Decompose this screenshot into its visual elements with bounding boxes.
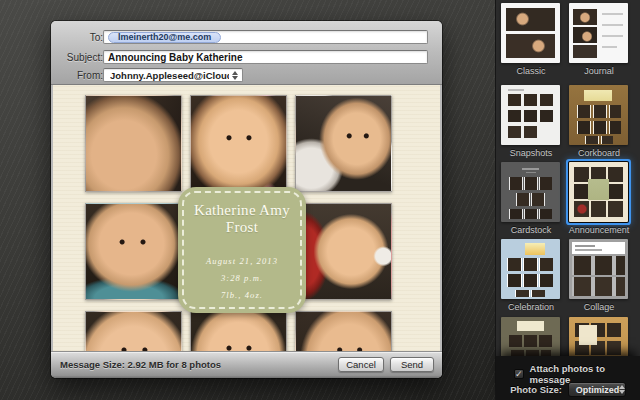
compose-header: To: lmeinerth20@me.com Subject: Announci… — [51, 21, 442, 85]
baby-photo-top-center[interactable] — [190, 95, 287, 192]
attach-checkbox[interactable]: ✓ — [514, 369, 524, 379]
to-field[interactable]: lmeinerth20@me.com — [103, 30, 428, 44]
cancel-button[interactable]: Cancel — [338, 357, 384, 372]
theme-thumbnail-journal[interactable] — [569, 3, 628, 63]
to-label: To: — [59, 32, 103, 43]
mail-compose-window: To: lmeinerth20@me.com Subject: Announci… — [51, 21, 442, 378]
theme-label: Snapshots — [496, 148, 566, 158]
theme-label: Journal — [564, 66, 634, 76]
subject-value: Announcing Baby Katherine — [108, 52, 242, 63]
baby-photo-mid-left[interactable] — [85, 203, 182, 300]
from-popup[interactable]: Johnny.Appleseed@iCloud.com — [103, 68, 243, 82]
theme-label: Corkboard — [564, 148, 634, 158]
baby-photo-bottom-center[interactable] — [190, 311, 287, 351]
theme-sidebar: Classic Journal Snapshots Corkboard Card… — [495, 0, 640, 400]
theme-label: Classic — [496, 66, 566, 76]
photo-size-popup[interactable]: Optimized — [568, 382, 626, 397]
attachment-controls: ✓ Attach photos to message Photo Size: O… — [496, 356, 640, 400]
baby-photo-bottom-left[interactable] — [85, 311, 182, 351]
message-size-text: Message Size: 2.92 MB for 8 photos — [60, 359, 221, 370]
baby-photo-top-right[interactable] — [295, 95, 392, 192]
photo-size-value: Optimized — [576, 385, 620, 395]
theme-label: Collage — [564, 302, 634, 312]
baby-name: Katherine Amy Frost — [178, 202, 306, 237]
subject-field[interactable]: Announcing Baby Katherine — [103, 50, 428, 64]
theme-thumbnail-classic[interactable] — [501, 3, 560, 63]
theme-thumbnail-celebration[interactable] — [501, 239, 560, 299]
theme-thumbnail-cardstock[interactable] — [501, 162, 560, 222]
baby-photo-bottom-right[interactable] — [295, 311, 392, 351]
from-value: Johnny.Appleseed@iCloud.com — [110, 70, 229, 81]
theme-label: Announcement — [564, 225, 634, 235]
theme-thumbnail-collage[interactable] — [569, 239, 628, 299]
from-label: From: — [59, 70, 103, 81]
baby-photo-top-left[interactable] — [85, 95, 182, 192]
send-button[interactable]: Send — [390, 357, 434, 372]
recipient-token[interactable]: lmeinerth20@me.com — [108, 32, 221, 43]
stepper-icon — [619, 385, 625, 394]
theme-thumbnail-snapshots[interactable] — [501, 85, 560, 145]
theme-label: Celebration — [496, 302, 566, 312]
announcement-text-card[interactable]: Katherine Amy Frost August 21, 2013 3:28… — [178, 187, 306, 313]
photo-layout-canvas: Katherine Amy Frost August 21, 2013 3:28… — [53, 85, 440, 351]
photo-size-label: Photo Size: — [510, 384, 562, 395]
stepper-icon — [229, 71, 240, 80]
status-bar: Message Size: 2.92 MB for 8 photos Cance… — [51, 351, 442, 378]
theme-label: Cardstock — [496, 225, 566, 235]
subject-label: Subject: — [59, 52, 103, 63]
birth-details: August 21, 2013 3:28 p.m. 7lb., 4oz. — [178, 253, 306, 305]
theme-thumbnail-announcement[interactable] — [569, 162, 628, 222]
baby-photo-mid-right[interactable] — [295, 203, 392, 300]
theme-thumbnail-corkboard[interactable] — [569, 85, 628, 145]
